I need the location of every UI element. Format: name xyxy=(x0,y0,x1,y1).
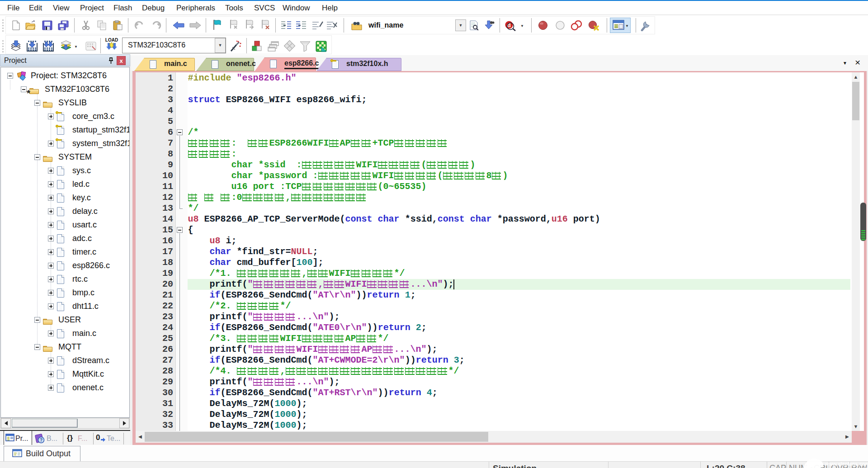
svg-text:?: ? xyxy=(40,438,42,443)
svg-text:www.elecfans.com: www.elecfans.com xyxy=(825,461,868,467)
